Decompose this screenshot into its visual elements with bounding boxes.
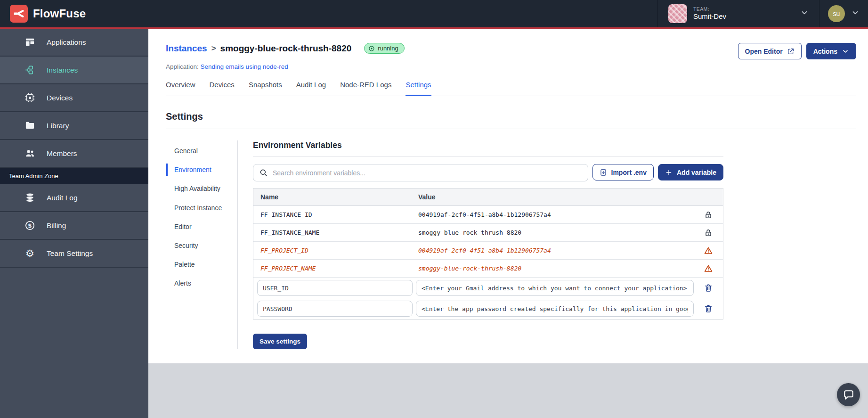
column-header-value: Value	[413, 193, 694, 201]
chat-icon	[843, 389, 855, 401]
user-menu[interactable]: su	[819, 0, 868, 27]
add-variable-button[interactable]: Add variable	[658, 164, 723, 180]
running-play-icon	[368, 45, 375, 52]
trash-icon	[704, 304, 713, 313]
tab-settings[interactable]: Settings	[406, 81, 431, 96]
settings-nav-protect-instance[interactable]: Protect Instance	[166, 198, 237, 217]
flowfuse-app: FlowFuse TEAM: Sumit-Dev su	[0, 0, 868, 418]
settings-nav-editor[interactable]: Editor	[166, 217, 237, 236]
settings-nav-high-availability[interactable]: High Availability	[166, 179, 237, 198]
application-link[interactable]: Sending emails using node-red	[201, 63, 288, 70]
settings-nav-palette[interactable]: Palette	[166, 255, 237, 274]
env-var-value-input[interactable]	[416, 280, 694, 296]
row-action	[694, 264, 723, 273]
row-action[interactable]	[694, 283, 723, 293]
search-box	[253, 164, 588, 181]
environment-variables-section: Environment Variables Import .env	[253, 140, 723, 349]
actions-label: Actions	[813, 48, 837, 55]
import-env-label: Import .env	[611, 169, 647, 176]
breadcrumb-instances-link[interactable]: Instances	[166, 43, 207, 54]
chevron-down-icon	[851, 8, 860, 19]
tab-snapshots[interactable]: Snapshots	[249, 81, 282, 96]
search-input[interactable]	[273, 169, 582, 177]
row-action	[694, 246, 723, 255]
tab-devices[interactable]: Devices	[210, 81, 235, 96]
sidebar-item-label: Audit Log	[47, 194, 78, 202]
table-row	[253, 298, 723, 319]
env-var-value: 004919af-2cf0-4f51-a8b4-1b12906757a4	[413, 247, 694, 254]
page-footer-area	[148, 363, 868, 418]
breadcrumb-separator: >	[211, 44, 216, 53]
env-var-value: smoggy-blue-rock-thrush-8820	[413, 229, 694, 236]
sidebar: Applications Instances Devices Library M…	[0, 29, 148, 418]
tab-node-red-logs[interactable]: Node-RED Logs	[340, 81, 391, 96]
team-label: TEAM:	[693, 6, 726, 12]
tab-audit-log[interactable]: Audit Log	[296, 81, 326, 96]
status-badge: running	[364, 43, 404, 54]
sidebar-item-instances[interactable]: Instances	[0, 57, 148, 84]
breadcrumb: Instances > smoggy-blue-rock-thrush-8820…	[166, 43, 405, 54]
save-settings-button[interactable]: Save settings	[253, 334, 307, 349]
title-divider	[166, 129, 856, 129]
table-row: FF_PROJECT_ID 004919af-2cf0-4f51-a8b4-1b…	[253, 242, 723, 260]
section-title: Environment Variables	[253, 140, 723, 157]
devices-icon	[24, 92, 35, 103]
tab-overview[interactable]: Overview	[166, 81, 195, 96]
sidebar-item-library[interactable]: Library	[0, 112, 148, 140]
instance-tabs: Overview Devices Snapshots Audit Log Nod…	[166, 81, 856, 96]
applications-icon	[24, 37, 35, 48]
table-header: Name Value	[253, 189, 723, 206]
warning-icon	[704, 264, 713, 273]
sidebar-item-devices[interactable]: Devices	[0, 84, 148, 112]
flowfuse-logo-icon	[10, 5, 28, 23]
billing-icon: $	[24, 220, 35, 231]
flowfuse-logo[interactable]: FlowFuse	[0, 5, 86, 23]
row-action[interactable]	[694, 304, 723, 313]
add-variable-label: Add variable	[677, 169, 716, 176]
external-link-icon	[787, 48, 795, 55]
lock-icon	[704, 228, 713, 238]
import-env-button[interactable]: Import .env	[592, 164, 654, 180]
settings-nav-environment[interactable]: Environment	[166, 160, 237, 179]
settings-nav-general[interactable]: General	[166, 141, 237, 160]
sidebar-item-label: Billing	[47, 221, 66, 230]
row-action	[694, 228, 723, 238]
chevron-down-icon	[842, 48, 849, 55]
sidebar-item-billing[interactable]: $ Billing	[0, 212, 148, 240]
audit-log-icon	[24, 192, 35, 203]
sidebar-item-audit-log[interactable]: Audit Log	[0, 184, 148, 212]
sidebar-item-members[interactable]: Members	[0, 140, 148, 168]
members-icon	[24, 148, 35, 159]
chevron-down-icon	[800, 8, 809, 19]
env-var-value-input[interactable]	[416, 301, 694, 317]
trash-icon	[704, 283, 713, 293]
header-buttons: Open Editor Actions	[738, 43, 856, 59]
application-label: Application:	[166, 63, 199, 70]
team-admin-zone-label: Team Admin Zone	[0, 168, 148, 184]
sidebar-item-applications[interactable]: Applications	[0, 29, 148, 57]
settings-nav-alerts[interactable]: Alerts	[166, 274, 237, 293]
sidebar-item-team-settings[interactable]: ⚙ Team Settings	[0, 240, 148, 268]
team-selector[interactable]: TEAM: Sumit-Dev	[657, 0, 819, 27]
sidebar-item-label: Devices	[47, 94, 73, 102]
table-row: FF_INSTANCE_ID 004919af-2cf0-4f51-a8b4-1…	[253, 206, 723, 224]
chat-widget-button[interactable]	[837, 383, 860, 406]
open-editor-button[interactable]: Open Editor	[738, 43, 802, 59]
page-header: Instances > smoggy-blue-rock-thrush-8820…	[148, 29, 868, 96]
team-texts: TEAM: Sumit-Dev	[693, 6, 726, 21]
env-var-name: FF_PROJECT_ID	[253, 247, 413, 254]
top-navbar: FlowFuse TEAM: Sumit-Dev su	[0, 0, 868, 27]
settings-nav-security[interactable]: Security	[166, 236, 237, 255]
actions-button[interactable]: Actions	[806, 43, 856, 59]
gear-icon: ⚙	[24, 248, 35, 259]
env-var-name: FF_INSTANCE_NAME	[253, 229, 413, 236]
table-row	[253, 278, 723, 298]
env-var-name-input[interactable]	[257, 301, 413, 317]
table-row: FF_INSTANCE_NAME smoggy-blue-rock-thrush…	[253, 224, 723, 242]
row-action	[694, 210, 723, 220]
library-icon	[24, 120, 35, 131]
env-var-name-input[interactable]	[257, 280, 413, 296]
settings-nav: General Environment High Availability Pr…	[166, 140, 238, 349]
instances-icon	[24, 65, 35, 75]
search-icon	[259, 168, 268, 177]
